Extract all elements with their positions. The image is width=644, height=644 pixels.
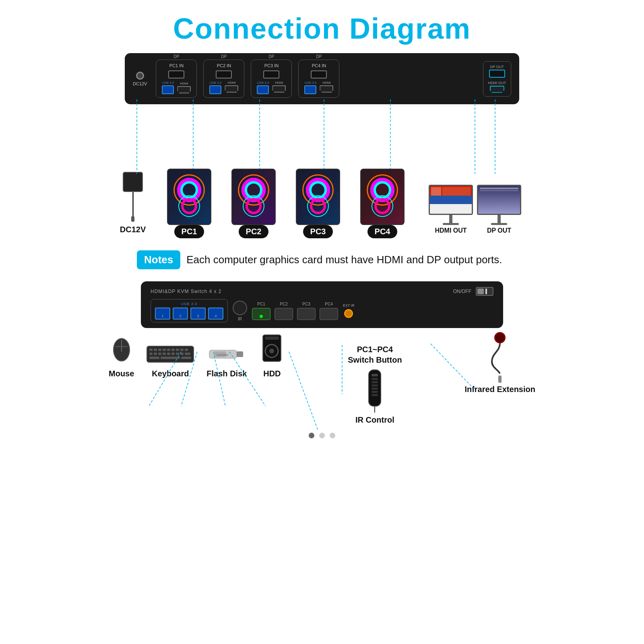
svg-point-46 (269, 349, 274, 353)
pc-button-labels: PC1 PC2 PC3 PC4 (252, 302, 338, 306)
svg-rect-37 (161, 357, 180, 359)
pc1-usb-col: USB 3.0 (162, 81, 174, 94)
svg-rect-36 (149, 357, 159, 359)
infrared-extension-item: Infrared Extension (464, 332, 535, 394)
flash-disk-svg: SanDisk (208, 347, 245, 361)
pc3-item: PC3 (286, 169, 350, 238)
svg-rect-33 (176, 353, 179, 355)
dc-adapter-item: DC12V (109, 172, 157, 234)
on-off-label: ON/OFF (453, 289, 471, 294)
svg-rect-18 (149, 349, 153, 351)
hdd-label: HDD (263, 369, 281, 378)
accessories-area: Mouse (101, 332, 543, 425)
pc2-item: PC2 (221, 169, 286, 238)
svg-rect-29 (158, 353, 161, 355)
pc3-hdmi-port (272, 85, 286, 93)
pagination-dots (101, 433, 543, 438)
usb-port-4[interactable]: 4 (208, 308, 223, 320)
out-ports-group: DP OUT HDMI OUT (483, 61, 512, 97)
svg-rect-49 (372, 378, 378, 380)
toggle-line (485, 289, 487, 294)
pc1-hdmi-port (177, 86, 191, 93)
pc3-button[interactable] (297, 308, 316, 320)
toggle-switch[interactable] (476, 287, 493, 296)
mouse-item: Mouse (109, 332, 134, 378)
pc2-btn-label: PC2 (275, 302, 293, 306)
pc2-dp-port (216, 70, 232, 78)
svg-rect-31 (167, 353, 170, 355)
pc2-in-group: DP PC2 IN USB 3.0 HDMI (203, 60, 244, 98)
pc3-btn-label: PC3 (297, 302, 316, 306)
left-accessories: Mouse (109, 332, 285, 378)
svg-rect-23 (171, 349, 175, 351)
keyboard-icon (146, 344, 194, 364)
keyboard-item: Keyboard (146, 344, 194, 378)
pc3-usb-hdmi-row: USB 3.0 HDMI (257, 81, 286, 94)
pc4-usb-port (304, 85, 316, 94)
monitor-group: HDMI OUT DP OUT (415, 185, 535, 234)
pc3-in-group: DP PC3 IN USB 3.0 HDMI (251, 60, 292, 98)
hdmi-screen (429, 185, 473, 215)
pc3-tower (296, 169, 340, 225)
svg-rect-26 (185, 349, 188, 351)
svg-rect-30 (163, 353, 166, 355)
pc4-in-group: DP PC4 IN USB 3.0 HDMI (298, 60, 339, 98)
hdmi-base (443, 223, 459, 225)
front-panel-top-row: HDMI&DP KVM Switch 4 x 2 ON/OFF (151, 287, 493, 296)
ext-ir-port (344, 309, 353, 318)
pc1-hdmi-col: HDMI (177, 82, 191, 93)
dp-stand (497, 215, 501, 223)
flash-disk-icon: SanDisk (208, 344, 245, 364)
svg-rect-20 (158, 349, 161, 351)
infrared-extension-label: Infrared Extension (464, 385, 535, 394)
pc1-in-group: DP PC1 IN USB 3.0 HDMI (156, 60, 197, 98)
usb-port-3[interactable]: 3 (190, 308, 206, 320)
dc-port-group: DC12V (133, 72, 147, 86)
dot-1[interactable] (309, 433, 314, 438)
monitor-pair: HDMI OUT DP OUT (429, 185, 521, 234)
ir-label: IR (238, 317, 242, 321)
page-title: Connection Diagram (0, 0, 644, 53)
hdmi-out-group: HDMI OUT (488, 81, 506, 93)
dp-out-port (489, 70, 505, 78)
ir-cable-svg (484, 343, 516, 376)
pc4-dp-port (311, 70, 327, 78)
svg-rect-24 (176, 349, 179, 351)
pc1-usb-hdmi-row: USB 3.0 HDMI (162, 81, 191, 94)
dot-3[interactable] (330, 433, 335, 438)
svg-rect-48 (372, 374, 378, 376)
svg-rect-21 (163, 349, 166, 351)
dot-2[interactable] (319, 433, 325, 438)
svg-rect-50 (372, 381, 378, 383)
ir-group: IR (233, 301, 247, 321)
dp-base (491, 223, 507, 225)
svg-rect-52 (372, 388, 378, 390)
ir-button[interactable] (233, 301, 247, 315)
ext-ir-label: EXT IR (343, 303, 355, 308)
pc1-button[interactable] (252, 308, 270, 320)
svg-rect-35 (185, 353, 190, 355)
svg-text:SanDisk: SanDisk (217, 353, 229, 357)
infrared-extension-icon (484, 332, 516, 383)
pc2-button[interactable] (275, 308, 293, 320)
pc1-usb-port (162, 85, 174, 94)
pc3-label: PC3 (303, 225, 333, 238)
pc4-hdmi-port (320, 85, 333, 93)
pc4-usb-hdmi-row: USB 3.0 HDMI (304, 81, 333, 94)
notes-text: Each computer graphics card must have HD… (186, 254, 502, 266)
dp-monitor: DP OUT (477, 185, 521, 234)
pc1-item: PC1 (157, 169, 221, 238)
usb-port-1[interactable]: 1 (155, 308, 170, 320)
ir-jack (498, 376, 502, 383)
usb-port-2[interactable]: 2 (173, 308, 188, 320)
pc2-usb-hdmi-row: USB 3.0 HDMI (209, 81, 238, 94)
remote-item: IR Control (355, 369, 394, 425)
hdd-item: HDD (259, 332, 285, 378)
pc1-dp-port (168, 70, 184, 78)
pc4-button[interactable] (320, 308, 338, 320)
usb-ports-group: USB 3.0 1 2 3 4 (151, 299, 228, 322)
notes-section: Notes Each computer graphics card must h… (129, 250, 515, 269)
keyboard-svg (146, 345, 194, 363)
svg-rect-32 (171, 353, 175, 355)
hdmi-monitor: HDMI OUT (429, 185, 473, 234)
